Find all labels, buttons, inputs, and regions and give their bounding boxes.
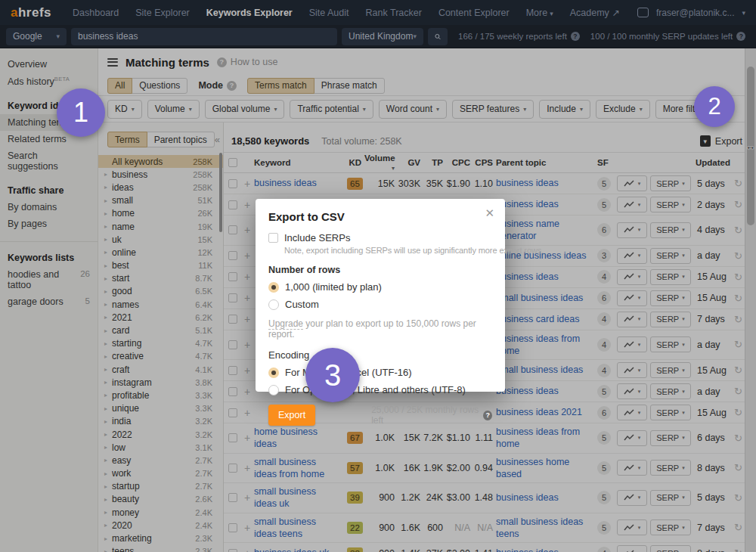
help-icon[interactable]: ?: [483, 411, 492, 420]
rows-plan-radio[interactable]: [268, 282, 279, 293]
number-of-rows-label: Number of rows: [268, 265, 492, 275]
modal-title: Export to CSV: [268, 210, 492, 223]
annotation-circle-2: 2: [694, 86, 735, 127]
export-csv-modal: Export to CSV ✕ Include SERPs Note, expo…: [256, 199, 505, 392]
modal-export-button[interactable]: Export: [268, 405, 315, 426]
rows-custom-label: Custom: [285, 299, 319, 310]
monthly-rows-quota: 25,000 / 25K monthly rows left?: [371, 405, 492, 426]
mouse-cursor: ↔: [745, 141, 755, 152]
annotation-circle-3: 3: [305, 348, 360, 402]
rows-plan-label: 1,000 (limited by plan): [285, 281, 382, 293]
encoding-label: Encoding: [268, 349, 492, 361]
include-serps-note: Note, export including SERPs will use up…: [284, 246, 492, 255]
include-serps-label: Include SERPs: [284, 232, 350, 243]
upgrade-note: Upgrade your plan to export up to 150,00…: [268, 318, 492, 340]
encoding-open-radio[interactable]: [268, 385, 279, 395]
include-serps-checkbox[interactable]: [268, 233, 278, 243]
ahrefs-app: ahrefs Dashboard Site Explorer Keywords …: [0, 0, 756, 552]
rows-custom-radio[interactable]: [268, 299, 279, 310]
upgrade-link[interactable]: Upgrade: [268, 318, 303, 330]
close-icon[interactable]: ✕: [485, 206, 494, 220]
annotation-circle-1: 1: [57, 88, 105, 137]
encoding-excel-radio[interactable]: [268, 367, 279, 378]
